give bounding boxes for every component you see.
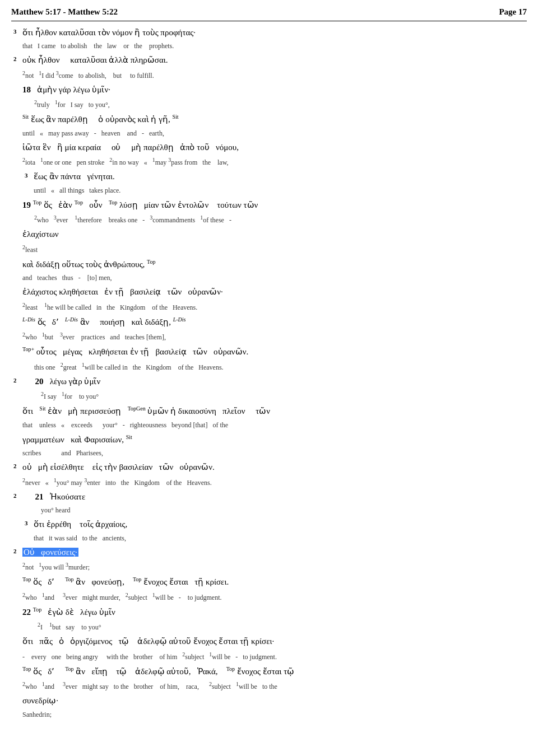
heos-greek: ἕως ἂν πάντα γένηται. — [34, 170, 527, 184]
verse-20-block: 2 20 λέγω γὰρ ὑμῖν 2I say 1for to you° — [22, 375, 527, 402]
page-header: Matthew 5:17 - Matthew 5:22 Page 17 — [11, 6, 527, 21]
num-3b: 3 — [25, 519, 28, 528]
ou-phoneusis-interlinear: 2not 1you will 3murder; — [22, 561, 527, 572]
verse-3-interlinear: that I came to abolish the law or the pr… — [22, 41, 527, 51]
ou-me-block: 2 οὐ μὴ εἰσέλθητε εἰς τὴν βασιλείαν τῶν … — [22, 460, 527, 488]
ldis-interlinear: 2who 1but 3ever practices and teaches [t… — [22, 330, 527, 342]
verse-3-block: 3 ὅτι ἦλθον καταλῦσαι τὸν νόμον ἢ τοὺς π… — [22, 26, 527, 52]
grammateon-interlinear: scribes and Pharisees, — [22, 448, 527, 458]
hoti-pas-greek: ὅτι πᾶς ὁ ὀργιζόμενος τῷ ἀδελφῷ αὐτοῦ ἔν… — [22, 634, 527, 649]
ou-me-greek: οὐ μὴ εἰσέλθητε εἰς τὴν βασιλείαν τῶν οὐ… — [22, 460, 527, 475]
grammateon-block: γραμματέων καὶ Φαρισαίων, Sit scribes an… — [22, 432, 527, 459]
elachistos-interlinear: 2least 1he will be called in the Kingdom… — [22, 301, 527, 312]
hoti-ean-greek: ὅτι Sit ἐὰν μὴ περισσεύσῃ TopGen ὑμῶν ἡ … — [22, 404, 527, 419]
verse-21-block: 2 21 Ἠκούσατε you° heard — [22, 490, 527, 516]
verse-num-2a: 2 — [13, 54, 17, 64]
synedrion-interlinear: Sanhedrin; — [22, 710, 527, 720]
ldis-greek: L-Dis ὅς δʼ L-Dis ἂν ποιήσῃ καὶ διδάξῃ, … — [22, 315, 527, 330]
ou-me-interlinear: 2never « 1you° may 3enter into the Kingd… — [22, 476, 527, 488]
outos-greek: Top+ οὗτος μέγας κληθήσεται ἐν τῇ βασιλε… — [22, 344, 527, 360]
verse-18-block: 18 ἀμὴν γάρ λέγω ὑμῖν· 2truly 1for I say… — [22, 83, 527, 110]
outos-block: Top+ οὗτος μέγας κληθήσεται ἐν τῇ βασιλε… — [22, 344, 527, 372]
hoti-pas-block: ὅτι πᾶς ὁ ὀργιζόμενος τῷ ἀδελφῷ αὐτοῦ ἔν… — [22, 634, 527, 662]
outos-interlinear: this one 2great 1will be called in the K… — [22, 361, 527, 372]
verse-19-greek: 19 Top ὅς ἐὰν Top οὖν Top λύσῃ μίαν τῶν … — [22, 198, 527, 213]
iota-greek: ἰῶτα ἓν ἢ μία κεραία οὐ μὴ παρέλθῃ ἀπὸ τ… — [22, 141, 527, 155]
num-2e: 2 — [13, 547, 17, 556]
grammateon-greek: γραμματέων καὶ Φαρισαίων, Sit — [22, 432, 527, 447]
verse-22-interlinear: 2I 1but say to you° — [22, 620, 527, 632]
kai-block: καὶ διδάξῃ οὕτως τοὺς ἀνθρώπους, Top and… — [22, 257, 527, 283]
verse-3-greek: ὅτι ἦλθον καταλῦσαι τὸν νόμον ἢ τοὺς προ… — [22, 26, 527, 40]
iota-interlinear: 2iota 1one or one pen stroke 2in no way … — [22, 156, 527, 167]
page-number: Page 17 — [499, 6, 527, 18]
verse-20-greek: 20 λέγω γὰρ ὑμῖν — [22, 375, 527, 389]
top-os2-greek: Top ὅς δʼ Top ἂν εἴπῃ τῷ ἀδελφῷ αὐτοῦ, Ῥ… — [22, 664, 527, 679]
sit-interlinear: until « may pass away - heaven and - ear… — [22, 128, 527, 138]
verse-19-interlinear: 2who 3ever 1therefore breaks one - 3comm… — [22, 213, 527, 225]
ou-phoneusis-greek: Οὐ φονεύσεις· — [22, 545, 527, 560]
hoti-pas-interlinear: - every one being angry with the brother… — [22, 650, 527, 662]
verse-20-interlinear: 2I say 1for to you° — [22, 390, 527, 402]
ldis-block: L-Dis ὅς δʼ L-Dis ἂν ποιήσῃ καὶ διδάξῃ, … — [22, 315, 527, 343]
verse-2-block: 2 οὐκ ἦλθον καταλῦσαι ἀλλὰ πληρῶσαι. 2no… — [22, 53, 527, 81]
verse-2-greek: οὐκ ἦλθον καταλῦσαι ἀλλὰ πληρῶσαι. — [22, 53, 527, 68]
hoti-errethi-interlinear: that it was said to the ancients, — [34, 533, 527, 543]
ou-phoneusis-block: 2 Οὐ φονεύσεις· 2not 1you will 3murder; — [22, 545, 527, 573]
iota-block: ἰῶτα ἓν ἢ μία κεραία οὐ μὴ παρέλθῃ ἀπὸ τ… — [22, 141, 527, 168]
page-title: Matthew 5:17 - Matthew 5:22 — [11, 6, 118, 18]
elachiston-block: ἐλαχίστων 2least — [22, 227, 527, 255]
heos-block: 3 ἕως ἂν πάντα γένηται. until « all thin… — [34, 170, 527, 195]
synedrion-block: συνεδρίῳ· Sanhedrin; — [22, 694, 527, 720]
verse-18-greek: 18 ἀμὴν γάρ λέγω ὑμῖν· — [22, 83, 527, 97]
hoti-ean-block: ὅτι Sit ἐὰν μὴ περισσεύσῃ TopGen ὑμῶν ἡ … — [22, 404, 527, 430]
kai-interlinear: and teaches thus - [to] men, — [22, 273, 527, 283]
num-2d: 2 — [13, 491, 17, 501]
highlighted-ou: Οὐ φονεύσεις· — [22, 548, 78, 557]
elachiston-interlinear: 2least — [22, 243, 527, 255]
elachistos-block: ἐλάχιστος κληθήσεται ἐν τῇ βασιλείᾳ τῶν … — [22, 285, 527, 312]
verse-21-greek: 21 Ἠκούσατε — [22, 490, 527, 505]
verse-22-greek: 22 Top ἐγὼ δὲ λέγω ὑμῖν — [22, 605, 527, 620]
top-os2-interlinear: 2who 1and 3ever might say to the brother… — [22, 680, 527, 692]
verse-2-interlinear: 2not 1I did 3come to abolish, but to ful… — [22, 69, 527, 81]
top-os2-block: Top ὅς δʼ Top ἂν εἴπῃ τῷ ἀδελφῷ αὐτοῦ, Ῥ… — [22, 664, 527, 692]
num-2b: 2 — [13, 376, 17, 385]
synedrion-greek: συνεδρίῳ· — [22, 694, 527, 708]
sit-greek: Sit ἕως ἂν παρέλθῃ ὁ οὐρανὸς καὶ ἡ γῆ, S… — [22, 112, 527, 127]
verse-21-interlinear: you° heard — [22, 505, 527, 515]
num-3a: 3 — [25, 171, 28, 180]
verse-num-3: 3 — [13, 27, 17, 36]
verse-18-interlinear: 2truly 1for I say to you°, — [22, 98, 527, 110]
hoti-errethi-greek: ὅτι ἐρρέθη τοῖς ἀρχαίοις, — [34, 517, 527, 532]
heos-interlinear: until « all things takes place. — [34, 185, 527, 195]
elachiston-greek: ἐλαχίστων — [22, 227, 527, 242]
top-os-block: Top ὅς δʼ Top ἂν φονεύσῃ, Top ἔνοχος ἔστ… — [22, 575, 527, 603]
top-os-interlinear: 2who 1and 3ever might murder, 2subject 1… — [22, 591, 527, 603]
top-os-greek: Top ὅς δʼ Top ἂν φονεύσῃ, Top ἔνοχος ἔστ… — [22, 575, 527, 590]
kai-greek: καὶ διδάξῃ οὕτως τοὺς ἀνθρώπους, Top — [22, 257, 527, 272]
num-2c: 2 — [13, 461, 17, 471]
elachistos-greek: ἐλάχιστος κληθήσεται ἐν τῇ βασιλείᾳ τῶν … — [22, 285, 527, 300]
sit-eos-block: Sit ἕως ἂν παρέλθῃ ὁ οὐρανὸς καὶ ἡ γῆ, S… — [22, 112, 527, 138]
hoti-ean-interlinear: that unless « exceeds your° - righteousn… — [22, 420, 527, 430]
hoti-errethi-block: 3 ὅτι ἐρρέθη τοῖς ἀρχαίοις, that it was … — [34, 517, 527, 543]
verse-22-block: 22 Top ἐγὼ δὲ λέγω ὑμῖν 2I 1but say to y… — [22, 605, 527, 633]
verse-19-block: 19 Top ὅς ἐὰν Top οὖν Top λύσῃ μίαν τῶν … — [22, 198, 527, 226]
